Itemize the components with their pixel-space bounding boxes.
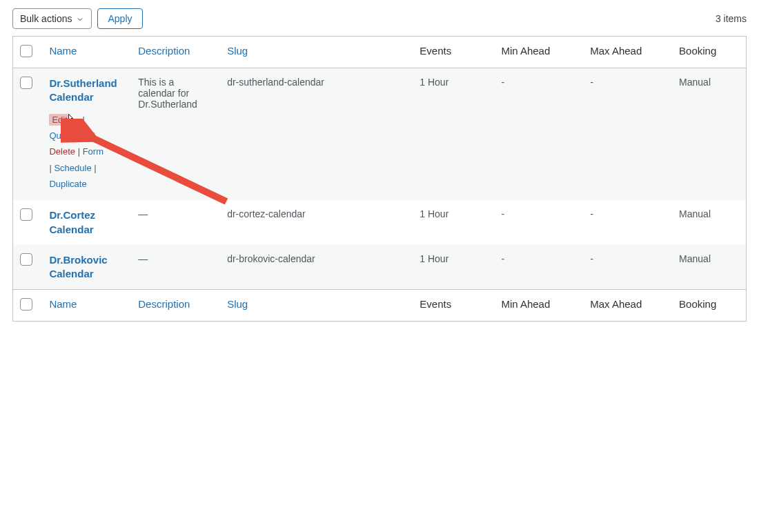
- select-all-checkbox[interactable]: [20, 45, 32, 57]
- footer-slug[interactable]: Slug: [220, 290, 413, 322]
- row-actions: Edit | Quick Edit | Delete | Form | Sche…: [49, 110, 124, 193]
- edit-link[interactable]: Edit: [52, 115, 67, 125]
- header-booking: Booking: [672, 37, 746, 68]
- header-events: Events: [413, 37, 494, 68]
- table-container: Name Description Slug Events Min Ahead M…: [12, 36, 747, 322]
- row-max-ahead: -: [583, 68, 672, 201]
- row-booking: Manual: [672, 245, 746, 290]
- row-max-ahead: -: [583, 245, 672, 290]
- table-footer-row: Name Description Slug Events Min Ahead M…: [13, 290, 747, 322]
- footer-slug-link[interactable]: Slug: [227, 298, 248, 310]
- header-name[interactable]: Name: [42, 37, 131, 68]
- table-row: Dr.Brokovic Calendar — dr-brokovic-calen…: [13, 245, 747, 290]
- header-slug[interactable]: Slug: [220, 37, 413, 68]
- bulk-actions-select[interactable]: Bulk actions: [12, 8, 92, 29]
- footer-max-ahead: Max Ahead: [583, 290, 672, 322]
- duplicate-link[interactable]: Duplicate: [49, 179, 86, 189]
- row-max-ahead: -: [583, 200, 672, 245]
- header-description-link[interactable]: Description: [138, 45, 190, 57]
- table-row: Dr.Cortez Calendar — dr-cortez-calendar …: [13, 200, 747, 245]
- quick-edit-link[interactable]: Quick Edit: [49, 130, 90, 141]
- row-min-ahead: -: [494, 200, 583, 245]
- row-title-link[interactable]: Dr.Cortez Calendar: [49, 208, 124, 237]
- cursor-icon: [70, 110, 80, 123]
- items-count: 3 items: [716, 13, 747, 24]
- footer-description-link[interactable]: Description: [138, 298, 190, 310]
- row-slug: dr-cortez-calendar: [220, 200, 413, 245]
- table-row: Dr.Sutherland Calendar Edit | Quick Edit…: [13, 68, 747, 201]
- row-min-ahead: -: [494, 245, 583, 290]
- header-name-link[interactable]: Name: [49, 45, 77, 57]
- row-events: 1 Hour: [413, 200, 494, 245]
- row-checkbox[interactable]: [20, 253, 32, 266]
- table-header-row: Name Description Slug Events Min Ahead M…: [13, 37, 747, 68]
- row-booking: Manual: [672, 68, 746, 201]
- footer-booking: Booking: [672, 290, 746, 322]
- form-link[interactable]: Form: [83, 146, 103, 157]
- toolbar: Bulk actions Apply 3 items: [12, 8, 747, 29]
- row-min-ahead: -: [494, 68, 583, 201]
- footer-description[interactable]: Description: [131, 290, 220, 322]
- row-description: This is a calendar for Dr.Sutherland: [131, 68, 220, 201]
- row-slug: dr-sutherland-calendar: [220, 68, 413, 201]
- footer-min-ahead: Min Ahead: [494, 290, 583, 322]
- select-all-checkbox-footer[interactable]: [20, 298, 32, 311]
- row-slug: dr-brokovic-calendar: [220, 245, 413, 290]
- chevron-down-icon: [76, 14, 84, 23]
- row-events: 1 Hour: [413, 68, 494, 201]
- footer-checkbox-cell: [13, 290, 43, 322]
- row-title-link[interactable]: Dr.Brokovic Calendar: [49, 253, 124, 282]
- bulk-actions-label: Bulk actions: [20, 13, 72, 24]
- header-slug-link[interactable]: Slug: [227, 45, 248, 57]
- footer-events: Events: [413, 290, 494, 322]
- header-checkbox-cell: [13, 37, 43, 68]
- delete-link[interactable]: Delete: [49, 146, 75, 157]
- header-description[interactable]: Description: [131, 37, 220, 68]
- apply-button[interactable]: Apply: [97, 8, 142, 29]
- row-description: —: [131, 200, 220, 245]
- schedule-link[interactable]: Schedule: [54, 163, 91, 173]
- calendar-table: Name Description Slug Events Min Ahead M…: [12, 36, 747, 322]
- footer-name[interactable]: Name: [42, 290, 131, 322]
- row-description: —: [131, 245, 220, 290]
- footer-name-link[interactable]: Name: [49, 298, 77, 310]
- header-min-ahead: Min Ahead: [494, 37, 583, 68]
- row-title-link[interactable]: Dr.Sutherland Calendar: [49, 77, 124, 105]
- row-booking: Manual: [672, 200, 746, 245]
- row-events: 1 Hour: [413, 245, 494, 290]
- toolbar-left: Bulk actions Apply: [12, 8, 143, 29]
- row-checkbox[interactable]: [20, 208, 32, 221]
- row-checkbox[interactable]: [20, 77, 32, 89]
- header-max-ahead: Max Ahead: [583, 37, 672, 68]
